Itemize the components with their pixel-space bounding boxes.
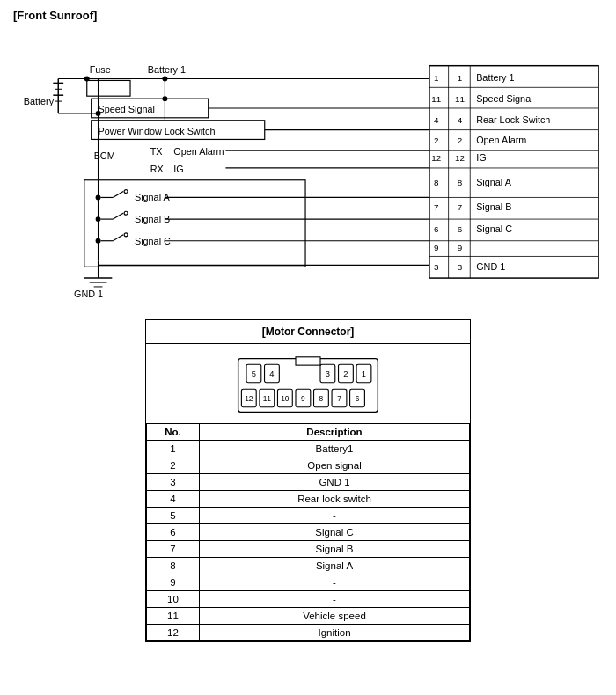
svg-text:Battery 1: Battery 1 (148, 64, 186, 75)
svg-point-32 (124, 190, 128, 194)
svg-text:12: 12 (455, 153, 465, 163)
pin-number: 3 (147, 474, 200, 491)
svg-text:5: 5 (252, 369, 256, 378)
pin-description: Open signal (200, 457, 470, 474)
pin-description: - (200, 591, 470, 608)
svg-text:Open Alarm: Open Alarm (173, 146, 224, 157)
svg-text:Open Alarm: Open Alarm (476, 135, 526, 145)
svg-text:GND 1: GND 1 (74, 289, 103, 299)
svg-text:11: 11 (455, 94, 465, 104)
motor-table-row: 1Battery1 (147, 441, 470, 457)
svg-text:1: 1 (362, 369, 366, 378)
motor-table-row: 6Signal C (147, 524, 470, 541)
pin-number: 12 (147, 625, 200, 641)
pin-number: 10 (147, 591, 200, 608)
svg-text:Rear Lock Switch: Rear Lock Switch (476, 114, 550, 125)
svg-line-31 (113, 192, 123, 198)
pin-description: Battery1 (200, 441, 470, 457)
svg-text:1: 1 (458, 73, 462, 83)
pin-description: Vehicle speed (200, 608, 470, 625)
svg-text:4: 4 (434, 115, 439, 125)
motor-table-row: 8Signal A (147, 558, 470, 574)
svg-text:Battery 1: Battery 1 (476, 72, 514, 83)
svg-text:9: 9 (434, 243, 439, 252)
pin-number: 5 (147, 508, 200, 524)
svg-text:2: 2 (434, 135, 438, 145)
svg-text:3: 3 (326, 369, 330, 378)
svg-text:IG: IG (173, 164, 183, 174)
svg-text:8: 8 (458, 178, 463, 187)
svg-text:Fuse: Fuse (90, 64, 111, 75)
motor-table-row: 2Open signal (147, 457, 470, 474)
pin-description: Rear lock switch (200, 491, 470, 508)
motor-table-row: 4Rear lock switch (147, 491, 470, 508)
svg-text:TX: TX (150, 146, 163, 157)
svg-rect-9 (87, 80, 130, 96)
pin-description: - (200, 574, 470, 591)
svg-text:Signal A: Signal A (135, 192, 171, 202)
pin-number: 2 (147, 457, 200, 474)
svg-line-37 (113, 213, 123, 219)
svg-text:7: 7 (458, 202, 462, 212)
svg-text:1: 1 (434, 73, 438, 83)
svg-text:6: 6 (356, 394, 360, 403)
motor-connector-section: [Motor Connector] 5 4 3 (13, 319, 603, 642)
svg-text:IG: IG (476, 152, 486, 163)
svg-text:RX: RX (150, 164, 164, 174)
motor-table-row: 5- (147, 508, 470, 524)
wiring-svg: Battery Fuse Battery 1 Speed Signal Powe… (13, 29, 603, 302)
svg-rect-28 (84, 180, 305, 267)
svg-text:BCM: BCM (94, 150, 115, 161)
svg-text:Signal A: Signal A (476, 177, 512, 187)
svg-text:6: 6 (458, 224, 463, 234)
svg-text:6: 6 (434, 224, 439, 234)
svg-text:8: 8 (434, 178, 439, 187)
pin-description: Ignition (200, 625, 470, 641)
svg-text:7: 7 (337, 394, 341, 403)
svg-point-20 (162, 96, 167, 101)
svg-text:10: 10 (281, 394, 290, 403)
svg-point-44 (124, 233, 128, 237)
svg-text:11: 11 (263, 394, 272, 403)
svg-point-55 (96, 111, 101, 116)
svg-text:12: 12 (431, 153, 441, 163)
svg-point-38 (124, 211, 128, 215)
motor-table-row: 7Signal B (147, 541, 470, 558)
motor-table-row: 3GND 1 (147, 474, 470, 491)
svg-text:4: 4 (458, 115, 463, 125)
motor-connector-wrapper: [Motor Connector] 5 4 3 (145, 319, 471, 642)
svg-text:3: 3 (434, 262, 439, 272)
svg-text:8: 8 (319, 394, 324, 403)
pin-description: Signal B (200, 541, 470, 558)
pin-description: Signal A (200, 558, 470, 574)
svg-text:3: 3 (458, 262, 463, 272)
svg-text:Signal B: Signal B (135, 214, 170, 224)
svg-text:Speed Signal: Speed Signal (476, 93, 532, 104)
svg-text:11: 11 (431, 94, 441, 104)
svg-text:2: 2 (458, 135, 462, 145)
svg-text:Speed Signal: Speed Signal (99, 104, 155, 114)
svg-text:Power Window Lock Switch: Power Window Lock Switch (99, 126, 216, 136)
motor-table-row: 12Ignition (147, 625, 470, 641)
diagram-title: [Front Sunroof] (13, 9, 603, 22)
pin-number: 6 (147, 524, 200, 541)
svg-text:GND 1: GND 1 (476, 261, 505, 272)
pin-number: 9 (147, 574, 200, 591)
svg-point-10 (84, 77, 90, 82)
pin-number: 4 (147, 491, 200, 508)
svg-text:7: 7 (434, 202, 438, 212)
motor-table-row: 10- (147, 591, 470, 608)
pin-description: - (200, 508, 470, 524)
pin-description: Signal C (200, 524, 470, 541)
pin-number: 8 (147, 558, 200, 574)
svg-text:9: 9 (301, 394, 305, 403)
svg-text:9: 9 (458, 243, 463, 252)
motor-table-row: 9- (147, 574, 470, 591)
svg-line-43 (113, 235, 123, 241)
svg-text:12: 12 (245, 394, 253, 403)
col-header-no: No. (147, 424, 200, 441)
motor-connector-title: [Motor Connector] (146, 320, 470, 344)
pin-number: 7 (147, 541, 200, 558)
svg-text:Battery: Battery (24, 96, 55, 106)
motor-connector-svg: 5 4 3 2 1 12 11 (229, 355, 387, 416)
